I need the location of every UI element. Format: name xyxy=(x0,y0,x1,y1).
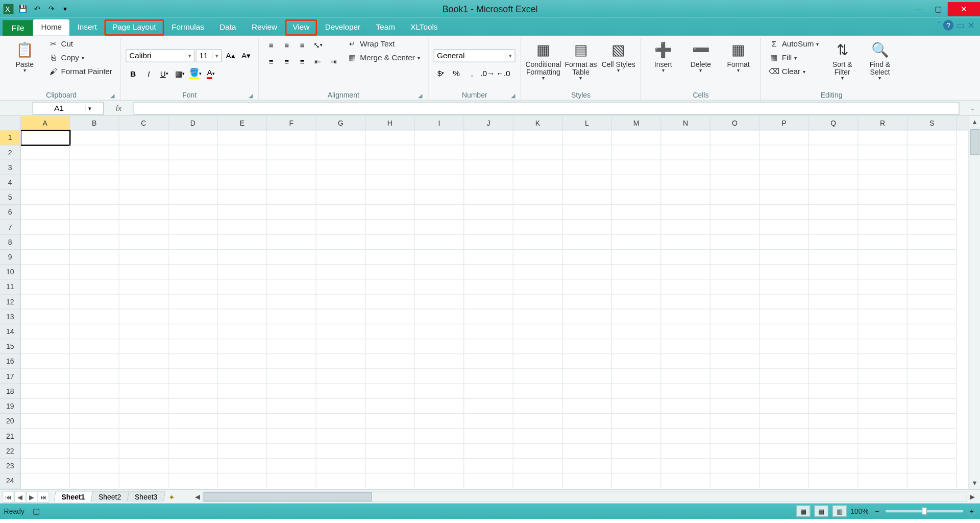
cell-H14[interactable] xyxy=(365,324,415,339)
cell-C15[interactable] xyxy=(119,339,169,354)
cell-M4[interactable] xyxy=(612,175,662,190)
fx-button[interactable]: fx xyxy=(109,104,128,113)
cell-I22[interactable] xyxy=(415,444,464,459)
cell-R13[interactable] xyxy=(858,310,908,324)
cell-F5[interactable] xyxy=(267,190,316,205)
cell-P4[interactable] xyxy=(760,175,809,190)
column-header-A[interactable]: A xyxy=(21,116,70,130)
cell-J13[interactable] xyxy=(464,310,513,324)
sheet-tab-3[interactable]: Sheet3 xyxy=(127,491,165,502)
cell-I1[interactable] xyxy=(415,130,464,145)
cell-S19[interactable] xyxy=(908,399,957,414)
cell-F13[interactable] xyxy=(267,310,316,324)
cell-F2[interactable] xyxy=(267,145,316,160)
cell-Q13[interactable] xyxy=(809,310,859,324)
cell-I21[interactable] xyxy=(415,429,464,443)
sheet-tab-1[interactable]: Sheet1 xyxy=(54,491,93,502)
row-header-13[interactable]: 13 xyxy=(0,310,20,324)
cell-C10[interactable] xyxy=(119,265,169,279)
cell-N2[interactable] xyxy=(661,145,710,160)
cell-L18[interactable] xyxy=(562,384,612,399)
cell-A6[interactable] xyxy=(21,205,70,220)
cell-P21[interactable] xyxy=(760,429,809,443)
cell-N11[interactable] xyxy=(661,279,710,294)
cell-L20[interactable] xyxy=(562,414,612,429)
cell-G6[interactable] xyxy=(316,205,366,220)
cell-E17[interactable] xyxy=(218,369,267,384)
number-launcher-icon[interactable]: ◢ xyxy=(511,92,516,99)
cell-K3[interactable] xyxy=(513,160,563,175)
column-header-O[interactable]: O xyxy=(710,116,760,130)
paste-button[interactable]: 📋 Paste ▾ xyxy=(8,38,41,74)
cell-R15[interactable] xyxy=(858,339,908,354)
cell-K2[interactable] xyxy=(513,145,563,160)
row-header-23[interactable]: 23 xyxy=(0,459,20,473)
cell-Q15[interactable] xyxy=(809,339,859,354)
cell-C7[interactable] xyxy=(119,220,169,235)
cell-Q20[interactable] xyxy=(809,414,859,429)
cell-E16[interactable] xyxy=(218,354,267,369)
new-sheet-icon[interactable]: ✦ xyxy=(164,493,179,502)
cell-F18[interactable] xyxy=(267,384,316,399)
underline-button[interactable]: U▾ xyxy=(157,66,172,81)
cell-E15[interactable] xyxy=(218,339,267,354)
cell-H7[interactable] xyxy=(365,220,415,235)
merge-center-button[interactable]: ▦Merge & Center ▾ xyxy=(345,52,423,64)
cell-R19[interactable] xyxy=(858,399,908,414)
cell-B19[interactable] xyxy=(70,399,119,414)
cell-K8[interactable] xyxy=(513,235,563,250)
tab-data[interactable]: Data xyxy=(212,19,244,36)
cell-F7[interactable] xyxy=(267,220,316,235)
cell-M11[interactable] xyxy=(612,279,662,294)
cell-Q11[interactable] xyxy=(809,279,859,294)
row-header-3[interactable]: 3 xyxy=(0,160,20,175)
cell-P3[interactable] xyxy=(760,160,809,175)
row-header-19[interactable]: 19 xyxy=(0,399,20,414)
align-top-icon[interactable]: ≡ xyxy=(264,38,278,53)
cell-H8[interactable] xyxy=(365,235,415,250)
cell-K11[interactable] xyxy=(513,279,563,294)
cell-O4[interactable] xyxy=(710,175,760,190)
row-header-14[interactable]: 14 xyxy=(0,324,20,339)
cell-N8[interactable] xyxy=(661,235,710,250)
cell-G24[interactable] xyxy=(316,473,366,488)
row-header-10[interactable]: 10 xyxy=(0,265,20,279)
cell-R10[interactable] xyxy=(858,265,908,279)
cell-S1[interactable] xyxy=(908,130,957,145)
cell-N4[interactable] xyxy=(661,175,710,190)
cell-F23[interactable] xyxy=(267,459,316,473)
zoom-slider[interactable] xyxy=(886,510,963,512)
cell-S14[interactable] xyxy=(908,324,957,339)
cell-D18[interactable] xyxy=(168,384,218,399)
cell-M22[interactable] xyxy=(612,444,662,459)
cell-Q19[interactable] xyxy=(809,399,859,414)
cell-D22[interactable] xyxy=(168,444,218,459)
cell-G16[interactable] xyxy=(316,354,366,369)
cell-I19[interactable] xyxy=(415,399,464,414)
autosum-button[interactable]: ΣAutoSum ▾ xyxy=(766,38,821,50)
cell-D20[interactable] xyxy=(168,414,218,429)
cell-J7[interactable] xyxy=(464,220,513,235)
insert-cells-button[interactable]: ➕Insert▾ xyxy=(646,38,680,74)
cell-J11[interactable] xyxy=(464,279,513,294)
increase-font-icon[interactable]: A▴ xyxy=(223,49,237,63)
column-header-K[interactable]: K xyxy=(513,116,563,130)
cell-S23[interactable] xyxy=(908,459,957,473)
fill-button[interactable]: ▦Fill ▾ xyxy=(766,52,821,64)
column-header-J[interactable]: J xyxy=(464,116,513,130)
column-header-Q[interactable]: Q xyxy=(809,116,859,130)
cell-M6[interactable] xyxy=(612,205,662,220)
cell-Q14[interactable] xyxy=(809,324,859,339)
cell-F1[interactable] xyxy=(267,130,316,145)
column-header-C[interactable]: C xyxy=(119,116,169,130)
cell-L5[interactable] xyxy=(562,190,612,205)
font-name-combo[interactable]: ▾ xyxy=(126,49,195,62)
cell-R7[interactable] xyxy=(858,220,908,235)
cell-M24[interactable] xyxy=(612,473,662,488)
cell-R18[interactable] xyxy=(858,384,908,399)
cell-R17[interactable] xyxy=(858,369,908,384)
cell-G10[interactable] xyxy=(316,265,366,279)
cell-I6[interactable] xyxy=(415,205,464,220)
cell-H3[interactable] xyxy=(365,160,415,175)
cell-O16[interactable] xyxy=(710,354,760,369)
